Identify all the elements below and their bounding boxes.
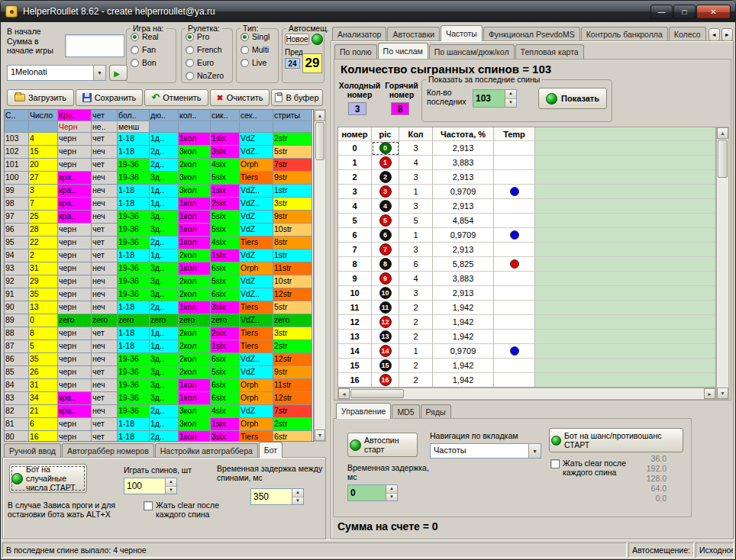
freq-row[interactable]: 3310,9709	[338, 185, 715, 199]
history-row[interactable]: 993кра..неч1-181д..3кол1sixVdZ..1str	[5, 185, 313, 198]
bot-delay-value[interactable]: 350	[251, 489, 292, 504]
history-row[interactable]: 888чернчет1-181д..2кол2sixTiers3str	[5, 327, 313, 340]
history-row[interactable]: 816чернчет1-181д..3кол1sixOrph2str	[5, 418, 313, 431]
radio-euro-circle[interactable]	[186, 59, 194, 67]
tab-bankroll[interactable]: Контроль банкролла	[581, 27, 668, 41]
maximize-button[interactable]: □	[673, 5, 696, 19]
freq-row[interactable]: 2232,913	[338, 170, 715, 185]
history-scrollbar[interactable]: ▲ ▼	[314, 109, 326, 442]
autospin-button[interactable]: Автоспин старт	[347, 433, 418, 457]
history-row[interactable]: 10120чернчет19-362д..2кол4sixOrph7str	[5, 159, 313, 172]
history-row[interactable]: 890zerozerozerozerozerozeroVdZ..zero	[5, 314, 313, 327]
save-button[interactable]: Сохранить	[76, 89, 143, 106]
freq-row[interactable]: 4432,913	[338, 199, 715, 214]
radio-live[interactable]: Live	[240, 57, 278, 68]
spins-up-icon[interactable]: ▲	[166, 478, 176, 487]
spins-value[interactable]: 100	[124, 478, 165, 494]
count-up-icon[interactable]: ▲	[505, 90, 516, 99]
control-delay-value[interactable]: 0	[348, 485, 386, 500]
count-down-icon[interactable]: ▼	[505, 99, 516, 108]
load-button[interactable]: Загрузить	[7, 89, 74, 106]
play-button[interactable]	[109, 65, 128, 81]
freq-row[interactable]: 101032,913	[338, 286, 715, 301]
clear-button[interactable]: Очистить	[210, 89, 270, 106]
freq-row[interactable]: 131321,942	[338, 330, 715, 344]
history-row[interactable]: 9725кра..неч19-363д..1кол5sixVdZ9str	[5, 211, 313, 224]
freq-hscroll-thumb[interactable]	[350, 389, 404, 398]
radio-singl-circle[interactable]	[240, 33, 249, 41]
spins-down-icon[interactable]: ▼	[166, 487, 176, 494]
new-shift-button[interactable]: Новое	[285, 34, 309, 45]
history-row[interactable]: 8635черннеч19-363д..2кол6sixVdZ..12str	[5, 353, 313, 366]
radio-singl[interactable]: Singl	[240, 31, 278, 42]
tab-rows[interactable]: Ряды	[421, 404, 451, 419]
tab-autobets[interactable]: Автоставки	[387, 27, 440, 41]
radio-live-circle[interactable]	[240, 59, 249, 67]
spins-spinner[interactable]: 100 ▲▼	[124, 478, 177, 494]
radio-multi-circle[interactable]	[240, 46, 249, 54]
history-row[interactable]: 9013черннеч1-182д..1кол3sixTiers5str	[5, 301, 313, 314]
radio-nozero-circle[interactable]	[186, 72, 194, 80]
history-row[interactable]: 9522чернчет19-362д..1кол4sixTiers8str	[5, 237, 313, 249]
history-scroll-thumb[interactable]	[315, 122, 324, 160]
bot-delay-up-icon[interactable]: ▲	[292, 489, 303, 497]
tab-analyzer[interactable]: Анализатор	[332, 27, 386, 41]
undo-button[interactable]: Отменить	[144, 89, 208, 106]
tab-autograbber[interactable]: Автограббер номеров	[62, 443, 154, 458]
radio-euro[interactable]: Euro	[186, 57, 232, 68]
freq-row[interactable]: 7732,913	[338, 243, 715, 257]
history-row[interactable]: 8016чернчет1-182д..1кол3sixTiers6str	[5, 431, 313, 442]
freq-scroll-right-icon[interactable]: ►	[704, 388, 715, 399]
freq-row[interactable]: 111121,942	[338, 301, 715, 315]
radio-nozero[interactable]: NoZero	[186, 70, 232, 81]
freq-vscroll[interactable]: ▲ ▼	[716, 127, 729, 400]
radio-bon[interactable]: Bon	[131, 57, 176, 68]
show-button[interactable]: Показать	[538, 88, 607, 109]
preset-combo[interactable]: 1Melonati ▼	[7, 65, 106, 81]
tab-frequencies[interactable]: Частоты	[441, 25, 483, 41]
freq-row[interactable]: 151521,942	[338, 359, 715, 373]
history-scroll-up-icon[interactable]: ▲	[315, 110, 325, 121]
radio-real-circle[interactable]	[131, 33, 139, 41]
radio-multi[interactable]: Multi	[240, 44, 278, 55]
bot-clear-checkbox-row[interactable]: Жать clear после каждого спина	[144, 500, 237, 519]
tab-control[interactable]: Управление	[336, 403, 391, 419]
history-row[interactable]: 8526чернчет19-363д..2кол5sixVdZ9str	[5, 366, 313, 379]
freq-hscroll[interactable]: ◄ ►	[337, 388, 716, 400]
history-row[interactable]: 8221кра..неч19-362д..3кол4sixVdZ7str	[5, 405, 313, 418]
tab-bot[interactable]: Бот	[259, 442, 282, 458]
subtab-by-field[interactable]: По полю	[334, 44, 377, 59]
history-row[interactable]: 8431черннеч19-363д..1кол6sixOrph11str	[5, 379, 313, 392]
freq-row[interactable]: 9943,883	[338, 272, 715, 286]
radio-bon-circle[interactable]	[131, 59, 139, 67]
freq-row[interactable]: 8865,825	[338, 257, 715, 272]
tab-grabber-settings[interactable]: Настройки автограббера	[155, 443, 258, 458]
nav-combo-dropdown-icon[interactable]: ▼	[528, 444, 541, 458]
count-spinner[interactable]: 103 ▲▼	[473, 89, 517, 108]
freq-scroll-left-icon[interactable]: ◄	[338, 388, 350, 399]
freq-row[interactable]: 141410,9709	[338, 344, 715, 359]
history-row[interactable]: 10027кра..неч19-363д..3кол5sixTiers9str	[5, 172, 313, 185]
random-bot-button[interactable]: Бот на случайные числа СТАРТ	[9, 464, 87, 493]
subtab-by-chances[interactable]: По шансам/дюж/кол	[429, 44, 515, 59]
history-row[interactable]: 9628чернчет19-363д..1кол5sixVdZ10str	[5, 224, 313, 237]
control-delay-down-icon[interactable]: ▼	[386, 494, 397, 501]
titlebar[interactable]: HelperRoullet 8.62 - create helperroulle…	[1, 1, 735, 22]
tab-psevdoms[interactable]: Функционал PsevdoMS	[483, 27, 580, 41]
history-row[interactable]: 9331черннеч19-363д..1кол6sixOrph11str	[5, 262, 313, 275]
freq-vscroll-thumb[interactable]	[718, 140, 728, 178]
history-row[interactable]: 875черннеч1-181д..2кол1sixTiers2str	[5, 340, 313, 353]
freq-scroll-up-icon[interactable]: ▲	[717, 127, 728, 139]
radio-real[interactable]: Real	[131, 31, 176, 42]
subtab-by-numbers[interactable]: По числам	[378, 43, 428, 59]
minimize-button[interactable]: —	[650, 5, 673, 19]
start-sum-input[interactable]	[65, 34, 124, 57]
history-row[interactable]: 987кра..неч1-181д..1кол2sixVdZ..3str	[5, 198, 313, 211]
radio-fan[interactable]: Fan	[131, 44, 176, 55]
radio-french[interactable]: French	[186, 44, 232, 55]
freq-row[interactable]: 6610,9709	[338, 228, 715, 243]
preset-combo-dropdown-icon[interactable]: ▼	[93, 66, 105, 80]
freq-row[interactable]: 1143,883	[338, 156, 715, 170]
tab-wheel[interactable]: Колесо	[669, 27, 706, 41]
tab-scroll-right-button[interactable]: ►	[721, 28, 733, 41]
